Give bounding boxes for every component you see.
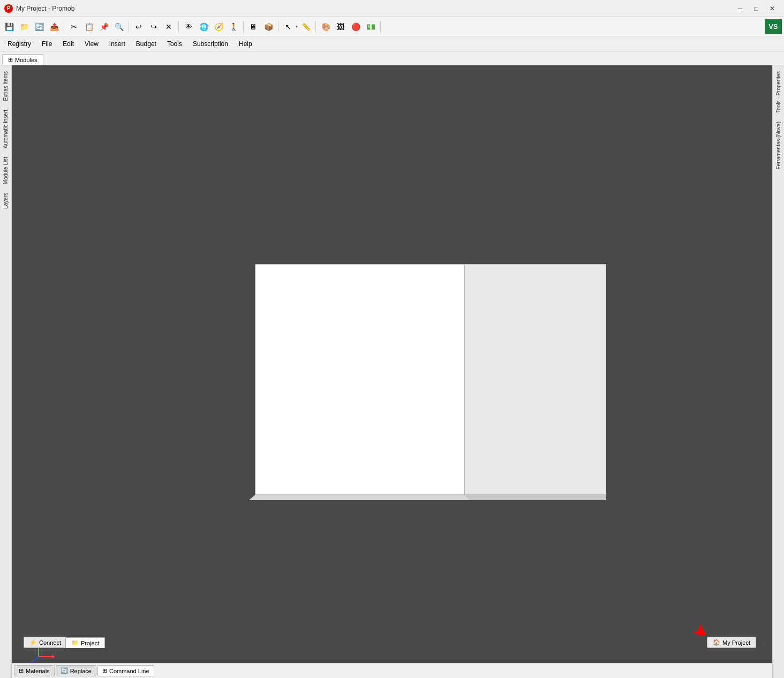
maximize-button[interactable]: □ (749, 1, 764, 16)
svg-marker-3 (464, 265, 606, 495)
select-button[interactable]: ↖ (281, 20, 295, 34)
measure-button[interactable]: 📏 (299, 20, 313, 34)
tab-materials-label: Materials (26, 668, 50, 674)
connect-label: Connect (39, 639, 61, 646)
menu-edit[interactable]: Edit (57, 38, 79, 50)
project-folder-icon: 📁 (71, 639, 79, 646)
module-tabs-bar: ⊞ Modules (0, 51, 784, 65)
menu-view[interactable]: View (79, 38, 104, 50)
menu-insert[interactable]: Insert (104, 38, 131, 50)
main-layout: Extras Items Automatic Insert Module Lis… (0, 65, 784, 678)
svg-marker-14 (52, 655, 55, 658)
3d-room (178, 232, 606, 500)
replace-icon: 🔄 (61, 667, 68, 674)
sidebar-layers[interactable]: Layers (1, 189, 10, 213)
sidebar-module-list[interactable]: Module List (1, 153, 10, 188)
app-icon: P (4, 4, 13, 13)
connect-icon: ⚡ (29, 639, 37, 646)
window-title: My Project - Promob (16, 5, 74, 12)
separator-3 (178, 21, 179, 32)
tab-materials[interactable]: ⊞ Materials (14, 665, 55, 676)
vs-badge: VS (765, 19, 782, 34)
globe-button[interactable]: 🌐 (197, 20, 210, 34)
box-button[interactable]: 📦 (261, 20, 275, 34)
modules-tab-label: Modules (15, 57, 37, 63)
save-button[interactable]: 💾 (2, 20, 16, 34)
minimize-button[interactable]: ─ (733, 1, 748, 16)
sidebar-extras-items[interactable]: Extras Items (1, 67, 10, 105)
right-sidebar: Tools - Properties Ferramentas (Nova) (772, 65, 784, 678)
delete-button[interactable]: ✕ (162, 20, 176, 34)
budget-button[interactable]: 💵 (364, 20, 378, 34)
menu-budget[interactable]: Budget (131, 38, 162, 50)
refresh-button[interactable]: 🔄 (32, 20, 46, 34)
undo-button[interactable]: ↩ (132, 20, 146, 34)
modules-tab[interactable]: ⊞ Modules (2, 54, 43, 65)
project-tab[interactable]: 📁 Project (65, 637, 105, 648)
color-button[interactable]: 🔴 (349, 20, 363, 34)
separator-4 (243, 21, 244, 32)
display-button[interactable]: 🖥 (246, 20, 260, 34)
separator-2 (129, 21, 129, 32)
texture-button[interactable]: 🖼 (334, 20, 348, 34)
separator-5 (278, 21, 278, 32)
my-project-button[interactable]: 🏠 My Project (707, 637, 756, 648)
left-sidebar: Extras Items Automatic Insert Module Lis… (0, 65, 12, 678)
viewport-bottom-panel: ⊞ Materials 🔄 Replace ⊞ Command Line (12, 663, 772, 678)
sidebar-tools-properties[interactable]: Tools - Properties (774, 67, 783, 117)
svg-marker-2 (255, 265, 464, 495)
select-tool-group[interactable]: ↖ ▾ (281, 20, 298, 34)
close-button[interactable]: ✕ (765, 1, 780, 16)
connect-tab[interactable]: ⚡ Connect (24, 637, 67, 648)
walk-button[interactable]: 🚶 (227, 20, 240, 34)
separator-1 (64, 21, 64, 32)
menubar: Registry File Edit View Insert Budget To… (0, 36, 784, 51)
menu-subscription[interactable]: Subscription (187, 38, 233, 50)
eye-button[interactable]: 👁 (182, 20, 195, 34)
menu-registry[interactable]: Registry (2, 38, 36, 50)
bottom-tabs-row: ⊞ Materials 🔄 Replace ⊞ Command Line (12, 663, 772, 678)
separator-6 (315, 21, 316, 32)
redo-button[interactable]: ↪ (147, 20, 161, 34)
tab-command-line[interactable]: ⊞ Command Line (97, 665, 154, 676)
materials-icon: ⊞ (19, 667, 24, 674)
open-button[interactable]: 📁 (17, 20, 31, 34)
viewport-close-button[interactable]: × (758, 638, 768, 648)
title-bar-controls: ─ □ ✕ (733, 1, 780, 16)
toolbar: 💾 📁 🔄 📤 ✂ 📋 📌 🔍 ↩ ↪ ✕ 👁 🌐 🧭 🚶 🖥 📦 ↖ ▾ 📏 … (0, 17, 784, 36)
svg-line-17 (31, 657, 39, 663)
tab-command-line-label: Command Line (109, 668, 149, 674)
tab-replace[interactable]: 🔄 Replace (56, 665, 96, 676)
menu-tools[interactable]: Tools (162, 38, 187, 50)
material-button[interactable]: 🎨 (319, 20, 333, 34)
nav-button[interactable]: 🧭 (212, 20, 225, 34)
menu-file[interactable]: File (36, 38, 57, 50)
sidebar-ferramentas-nova[interactable]: Ferramentas (Nova) (774, 118, 783, 173)
cut-button[interactable]: ✂ (67, 20, 81, 34)
title-bar-left: P My Project - Promob (4, 4, 74, 13)
tab-replace-label: Replace (70, 668, 92, 674)
my-project-label: My Project (722, 639, 750, 646)
viewport: ⚡ Connect 📁 Project 🏠 My Project × ➤ ⊞ M… (12, 65, 772, 678)
search-button[interactable]: 🔍 (112, 20, 126, 34)
select-arrow: ▾ (296, 24, 298, 29)
title-bar: P My Project - Promob ─ □ ✕ (0, 0, 784, 17)
upload-button[interactable]: 📤 (47, 20, 61, 34)
modules-tab-icon: ⊞ (8, 56, 13, 63)
paste-button[interactable]: 📌 (97, 20, 111, 34)
command-icon: ⊞ (102, 667, 107, 674)
svg-marker-5 (464, 495, 606, 500)
sidebar-automatic-insert[interactable]: Automatic Insert (1, 106, 10, 152)
copy-button[interactable]: 📋 (82, 20, 96, 34)
project-tab-label: Project (81, 640, 99, 646)
separator-7 (380, 21, 381, 32)
menu-help[interactable]: Help (233, 38, 258, 50)
my-project-icon: 🏠 (713, 639, 720, 646)
room-svg (178, 232, 606, 500)
